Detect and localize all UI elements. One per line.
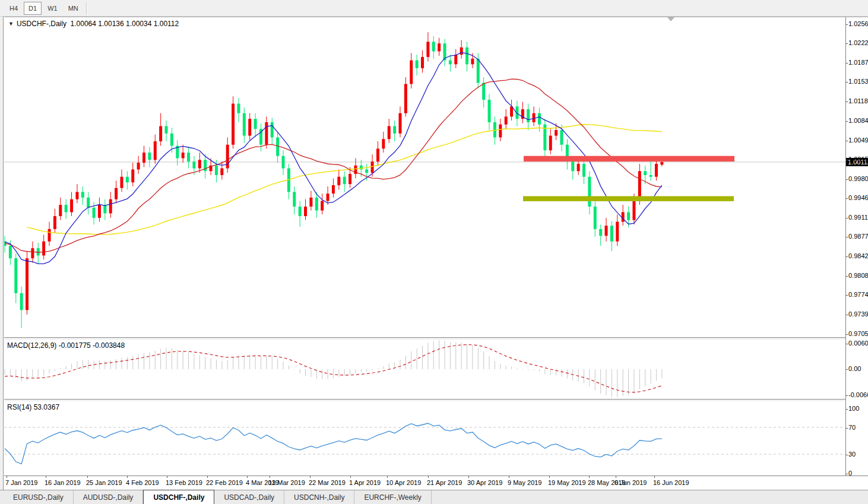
tab-audusd-daily[interactable]: AUDUSD-,Daily (74, 490, 144, 504)
date-axis-label: 30 Apr 2019 (467, 479, 502, 486)
candle-body (327, 194, 330, 201)
candle-body (632, 201, 635, 220)
chart-tab-bar: EURUSD-,Daily AUDUSD-,Daily USDCHF-,Dail… (0, 490, 868, 504)
candle-body (137, 163, 140, 169)
timeframe-button-d1[interactable]: D1 (24, 2, 42, 15)
candle-body (588, 177, 591, 207)
axis-tick (846, 160, 848, 160)
candle-body (477, 59, 480, 83)
axis-tick (846, 102, 848, 102)
candle-body (616, 222, 619, 242)
price-axis[interactable]: 1.00112 1.025601.022201.018701.015301.01… (845, 17, 868, 476)
tab-eurusd-daily[interactable]: EURUSD-,Daily (4, 490, 74, 504)
candle-body (170, 134, 173, 146)
date-axis-tick (468, 476, 469, 478)
axis-tick (846, 315, 848, 315)
candle-body (265, 122, 268, 145)
candle-body (349, 174, 351, 184)
date-axis-tick (247, 476, 248, 478)
candle-body (271, 122, 274, 138)
axis-tick (846, 179, 848, 180)
candle-body (103, 205, 106, 213)
candle-body (192, 161, 195, 168)
tab-usdcad-daily[interactable]: USDCAD-,Daily (214, 490, 284, 504)
macd-indicator-pane[interactable] (4, 340, 845, 399)
axis-tick (846, 121, 848, 122)
ma-mid-line (5, 79, 662, 252)
timeframe-button-w1[interactable]: W1 (43, 2, 62, 15)
rsi-axis-label: 30 (848, 451, 856, 458)
rsi-indicator-label: RSI(14) 53.0367 (7, 403, 59, 411)
date-axis-label: 9 May 2019 (508, 479, 541, 486)
candle-body (42, 242, 45, 256)
axis-tick (846, 409, 848, 410)
rsi-chart-canvas[interactable] (4, 401, 845, 476)
axis-tick (846, 276, 848, 277)
candle-body (237, 104, 240, 113)
candle-body (404, 84, 407, 113)
date-axis-tick (310, 476, 311, 478)
chart-ohlc-values: 1.00064 1.00136 1.00034 1.00112 (71, 20, 179, 28)
candle-body (31, 248, 34, 258)
candle-body (505, 116, 508, 124)
toolbar-separator (86, 2, 87, 15)
macd-axis-label: 0.00 (848, 365, 861, 372)
chart-shift-marker-icon[interactable] (667, 17, 674, 21)
date-axis-tick (46, 476, 46, 478)
candle-body (115, 188, 118, 199)
axis-tick (846, 198, 848, 199)
chart-title: ▼USDCHF-,Daily 1.00064 1.00136 1.00034 1… (8, 20, 179, 28)
candle-body (599, 229, 602, 236)
candle-body (421, 57, 424, 68)
candle-body (304, 207, 307, 216)
candle-body (365, 169, 368, 173)
price-axis-label: 1.02220 (848, 39, 868, 46)
price-chart-pane[interactable] (4, 17, 845, 338)
candle-body (454, 55, 457, 64)
price-axis-label: 0.98770 (848, 233, 868, 240)
candle-body (382, 139, 385, 148)
candle-body (337, 177, 340, 185)
chart-dropdown-icon[interactable]: ▼ (8, 21, 14, 27)
date-axis-label: 7 Jan 2019 (5, 479, 37, 486)
axis-tick (846, 295, 848, 296)
tab-usdcnh-daily[interactable]: USDCNH-,Daily (284, 490, 354, 504)
candle-body (655, 164, 658, 177)
candlestick-chart-canvas[interactable] (4, 17, 845, 338)
axis-tick (846, 455, 848, 455)
price-axis-label: 1.00490 (848, 137, 868, 144)
date-axis-tick (207, 476, 208, 478)
rsi-indicator-pane[interactable] (4, 401, 845, 476)
price-axis-label: 0.99800 (848, 175, 868, 182)
candle-body (98, 205, 101, 218)
macd-chart-canvas[interactable] (4, 340, 845, 399)
date-axis[interactable]: 7 Jan 201916 Jan 201925 Jan 20194 Feb 20… (4, 476, 868, 490)
tab-eurchf-weekly[interactable]: EURCHF-,Weekly (354, 490, 431, 504)
tab-usdchf-daily[interactable]: USDCHF-,Daily (143, 490, 214, 504)
candle-body (148, 153, 151, 160)
candle-body (165, 126, 168, 133)
price-axis-label: 1.01870 (848, 59, 868, 66)
candle-body (660, 162, 663, 165)
axis-tick (846, 24, 848, 25)
price-axis-label: 1.00150 (848, 156, 868, 163)
candle-body (371, 161, 374, 173)
timeframe-button-mn[interactable]: MN (64, 2, 83, 15)
candle-body (594, 207, 597, 229)
candle-body (577, 164, 580, 171)
candle-body (243, 113, 246, 136)
timeframe-button-h4[interactable]: H4 (5, 2, 23, 15)
candle-body (555, 130, 557, 135)
candle-body (538, 113, 541, 125)
candle-body (321, 201, 324, 210)
date-axis-label: 16 Jun 2019 (653, 479, 689, 486)
axis-tick (846, 369, 848, 370)
candle-body (449, 61, 452, 65)
date-axis-tick (549, 476, 550, 478)
candle-body (533, 113, 536, 122)
axis-tick (846, 218, 848, 218)
axis-tick (846, 344, 848, 344)
date-axis-tick (270, 476, 270, 478)
price-axis-label: 0.97390 (848, 310, 868, 318)
date-axis-label: 4 Feb 2019 (126, 479, 159, 486)
